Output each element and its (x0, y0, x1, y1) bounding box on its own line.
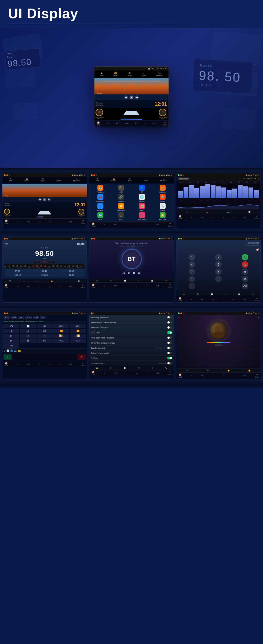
radio-presets: 87.50 90.10 98.10 106.10 108.00 87.50 (5, 269, 85, 277)
radio-statusbar: □ 🔒 12:03 📍 18 ⊡ (2, 237, 87, 240)
app-aux[interactable]: 🔌 AUX (111, 185, 131, 193)
panel-eq: □ 🔒 12:03 📍 18 ⊡ Standard ∨ All Default … (176, 173, 261, 228)
hero-gauges: ⚡RPM Engine speed90r/min 🚗km/h Current s… (94, 108, 169, 120)
svg-rect-4 (21, 266, 22, 267)
hero-controls: ⏮ ▶ ⏭ (94, 94, 169, 100)
hero-bridge-image: ♪ Strings (94, 78, 169, 94)
phone-keypad: 1 2 📞 4 5 📵 7 8 9 * 0 # ⋮ ⌫ (178, 253, 259, 290)
left-card-bg: Radio FM 1-7 98.50 (5, 48, 41, 70)
app-maps[interactable]: 🗺️ Maps (90, 212, 110, 220)
panel-apps: □ 🔒 12:02 🔊 10 ⊡ ▲Navi 📻Radio ⊞Apps ♪Mus… (89, 173, 174, 228)
app-control[interactable]: ⚙️ Control (153, 194, 173, 202)
setting-row-1: Press any key to start (89, 315, 174, 320)
svg-rect-14 (61, 266, 62, 267)
eq-statusbar: □ 🔒 12:03 📍 18 ⊡ (176, 173, 261, 177)
svg-rect-3 (17, 265, 18, 267)
setting-row-7: Backlight control Small light control (89, 345, 174, 351)
music-album-art (209, 321, 229, 341)
bt-bottom-bar: 🏠HOME ∧ A/C — 18 + 0.0°C ↩BACK (89, 282, 174, 289)
svg-rect-19 (81, 266, 82, 267)
svg-rect-6 (28, 266, 30, 267)
app-calculator[interactable]: 🧮 Calculator (153, 185, 173, 193)
app-filemanager[interactable]: 📁 FileManager (111, 203, 131, 211)
svg-rect-10 (45, 266, 46, 267)
apps-menu: ▲Navi 📻Radio ⊞Apps ♪Music 📞Bluetooth (89, 177, 174, 183)
app-carbitlink[interactable]: 🔗 CarbitLink (111, 194, 131, 202)
svg-rect-0 (5, 266, 6, 267)
app-playstore[interactable]: ▶️ Play Store (153, 212, 173, 220)
app-musicplayer[interactable]: 🎼 Music Player (132, 212, 152, 220)
bg-tile-3 (13, 103, 38, 120)
app-carlink[interactable]: 🚗 Car Link 2.0 (90, 194, 110, 202)
radio-bottom-bar: 🏠HOME ∧ A/C — 18 + 0.0°C ↩BACK (2, 283, 87, 289)
screen-row-2: □ 🔒 12:03 📍 18 ⊡ FM Radio ‹ FM 1-3 98.50… (0, 233, 263, 306)
setting-row-8: Default volume switch (89, 351, 174, 356)
app-bt[interactable]: 🔵 BT (132, 185, 152, 193)
setting-row-4: OSD Time (89, 330, 174, 335)
settings-statusbar: □ 🔒 11:59 📍 18 ⊡ (89, 311, 174, 315)
app-mocify[interactable]: 🎧 mocify (111, 212, 131, 220)
steer-bottom-bar: 🏠HOME ∧ A/C — 18 + 0.0°C ↩BACK (2, 361, 87, 367)
phone-bottom-bar: 🏠HOME ∧ A/C — 12 + 0.0°C ↩BACK (176, 296, 261, 302)
svg-rect-9 (41, 265, 42, 267)
right-card-freq: 98. 50 (199, 69, 247, 84)
panel-music: □ 🔒 12:03 📍 18 ⊡ ≋ ♥ 00:00:00 (176, 311, 261, 379)
app-appstore[interactable]: 🏪 App Store (90, 185, 110, 193)
eq-header: Standard ∨ All Default Set up (176, 177, 261, 181)
panel-radio: □ 🔒 12:03 📍 18 ⊡ FM Radio ‹ FM 1-3 98.50… (2, 237, 87, 303)
music-bottom-bar: 🏠HOME ∧ A/C — 18 + 0.0°C ↩BACK (176, 372, 261, 379)
home-menu: ▲Navi 📻Radio ⊞Apps ♪Music 📞Bluetooth (2, 177, 87, 183)
setting-row-9: GPS Mix (89, 356, 174, 361)
home-bottom-bar: 🏠HOME ∧ A/C — 10 + 0.0°C ↩BACK (2, 218, 87, 225)
panel-settings: □ 🔒 11:59 📍 18 ⊡ Press any key to start … (89, 311, 174, 379)
svg-rect-11 (49, 266, 50, 267)
phone-content: Disconnected 40:45:DA:5A:FE:9E 📢 1 2 📞 4… (176, 240, 261, 292)
music-statusbar: □ 🔒 12:03 📍 18 ⊡ (176, 311, 261, 315)
setting-row-6: Mirror view on reverse image (89, 340, 174, 345)
eq-bottom-bar: 🏠HOME ∧ A/C — 18 + 0.0°C ↩BACK (176, 214, 261, 220)
bt-content: That I can't keep out got me singin' lik… (89, 240, 174, 279)
phone-toolbar: ⊞ 🖼 🕐 ♪ 📋 ⚙ (176, 292, 261, 296)
eq-visualization (176, 183, 261, 200)
apps-bottom-bar: 🏠HOME ∧ A/C — 10 + 0.0°C ↩BACK (89, 221, 174, 228)
right-card: Radio 98. 50 FM 1-7 (192, 59, 253, 94)
home-statusbar: □ 🔒 12:01 🔊 10 ⊡ (2, 173, 87, 177)
music-content: ≋ ♥ 00:00:00 (176, 315, 261, 369)
panel-steering: □ 🔒 12:09 📍 18 ⊡ 255 255 255 255 255 255… (2, 311, 87, 379)
setting-row-10: Lantern settings Automatic loop (89, 361, 174, 366)
home-datetime: Thursday2022-03-03 12:01 (2, 202, 87, 208)
app-google[interactable]: 🔍 Google (153, 203, 173, 211)
app-equalizer[interactable]: 🎵 Equalizer (90, 203, 110, 211)
svg-rect-15 (65, 266, 66, 267)
bt-toolbar: ⊞ 🖼 🕐 ♪ 📋 ⚙ (89, 279, 174, 282)
section-sep-3 (0, 306, 263, 308)
app-chrome[interactable]: 🌐 Chrome (132, 194, 152, 202)
section-sep-1 (0, 168, 263, 170)
panel-phone: □ 🔒 12:02 📍 12 ⊡ Disconnected 40:45:DA:5… (176, 237, 261, 303)
hero-bottom-bar: 🏠HOME ∧ A/C — 10 + 0.0°C ↩BACK (94, 120, 169, 127)
home-controls: ⏮ ▶ ⏭ (2, 197, 87, 202)
screen-row-3: □ 🔒 12:09 📍 18 ⊡ 255 255 255 255 255 255… (0, 308, 263, 382)
header-divider (8, 24, 255, 24)
bt-statusbar: □ 💬 12:07 📍 18 ⊡ (89, 237, 174, 240)
svg-rect-7 (32, 266, 34, 267)
settings-bottom-bar: 🏠HOME ∧ A/C — 18 + 0.0°C ↩BACK (89, 370, 174, 376)
hero-main-device: ▲ 🔒 12:01 🔊 10 ⏎ ⊡ ▲Navi 📻Radio ⊞Apps ♪M… (94, 66, 169, 127)
hero-menu-bar: ▲Navi 📻Radio ⊞Apps ♪Music 📞Bluetooth (94, 71, 169, 77)
phone-statusbar: □ 🔒 12:02 📍 12 ⊡ (176, 237, 261, 240)
apps-statusbar: □ 🔒 12:02 🔊 10 ⊡ (89, 173, 174, 177)
left-card-freq: 98.50 (7, 57, 39, 68)
music-color-ring (207, 342, 230, 343)
hero-datetime: Thursday2022-03-03 12:01 (94, 100, 169, 108)
steer-confirm-bar: ✓ ✗ (2, 353, 87, 361)
page-title: UI Display (8, 5, 255, 21)
home-gauges: ⚡ Engine speed90r/min 🚗 Current speed0.0… (2, 208, 87, 218)
steer-bottom-icons: ⚙ 🔄 🔵 🔊 📻 (2, 348, 87, 353)
setting-row-3: Auto-start Navigation (89, 325, 174, 330)
car-image (123, 109, 139, 117)
radio-freq-scale: 87.5090.4593.3596.3099.20102.15105.05108… (5, 264, 85, 268)
eq-freq-labels: FC:3050801252003005001.0k1.5k3.0k5.0k10k (176, 200, 261, 202)
steer-statusbar: □ 🔒 12:09 📍 18 ⊡ (2, 311, 87, 315)
eq-top-labels: 2.03.03.03.02.02.02.02.02.02.0 (176, 181, 261, 183)
app-gallery[interactable]: 🖼️ Gallery (132, 203, 152, 211)
